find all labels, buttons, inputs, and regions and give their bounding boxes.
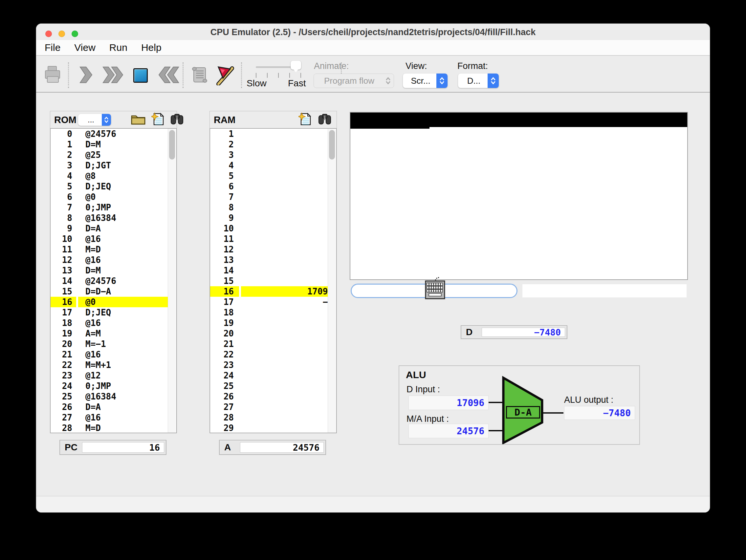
ram-row[interactable]: 190 [210, 318, 336, 328]
ram-row[interactable]: 17−1 [210, 297, 336, 307]
ram-row[interactable]: 130 [210, 255, 336, 265]
rom-row[interactable]: 4@8 [51, 171, 176, 181]
rom-row-value[interactable]: D;JEQ [78, 307, 176, 318]
menu-help[interactable]: Help [141, 42, 162, 53]
rom-row[interactable]: 22M=M+1 [51, 360, 176, 370]
ram-row[interactable]: 210 [210, 339, 336, 349]
ram-row[interactable]: 110 [210, 234, 336, 244]
ram-row-value[interactable]: 0 [241, 129, 336, 139]
single-step-button[interactable] [76, 65, 96, 86]
rom-row[interactable]: 28M=D [51, 423, 176, 433]
load-program-button[interactable] [131, 113, 145, 126]
rom-row[interactable]: 20M=−1 [51, 339, 176, 349]
ram-row[interactable]: 90 [210, 213, 336, 223]
view-dropdown[interactable]: Scr... [403, 73, 448, 88]
rom-row-value[interactable]: @12 [78, 370, 176, 381]
rom-row-value[interactable]: @16 [78, 412, 176, 423]
ram-row-value[interactable]: 0 [241, 276, 336, 286]
rom-row[interactable]: 16@0 [51, 297, 176, 307]
print-button[interactable] [43, 65, 64, 86]
reset-button[interactable] [154, 65, 182, 86]
rom-row[interactable]: 8@16384 [51, 213, 176, 223]
rom-row[interactable]: 240;JMP [51, 381, 176, 391]
rom-row[interactable]: 10@16 [51, 234, 176, 244]
ram-row[interactable]: 220 [210, 349, 336, 360]
ram-row[interactable]: 250 [210, 381, 336, 391]
ram-row-value[interactable]: 0 [241, 244, 336, 255]
rom-row-value[interactable]: D=M [78, 139, 176, 150]
ram-row-value[interactable]: 0 [241, 265, 336, 276]
ram-row[interactable]: 120 [210, 244, 336, 255]
ram-row-value[interactable]: 0 [241, 213, 336, 223]
ram-row-value[interactable]: 0 [241, 150, 336, 160]
rom-row-value[interactable]: M=M+1 [78, 360, 176, 370]
rom-row[interactable]: 11M=D [51, 244, 176, 255]
ram-row[interactable]: 1617096 [210, 286, 336, 297]
rom-row-value[interactable]: @24576 [78, 129, 176, 139]
ram-row-value[interactable]: 17096 [241, 286, 336, 297]
rom-row-value[interactable]: D=A [78, 223, 176, 234]
ram-scrollbar-thumb[interactable] [329, 130, 335, 159]
keyboard-icon[interactable] [423, 276, 447, 300]
ram-row-value[interactable]: 0 [241, 423, 336, 433]
rom-row[interactable]: 0@24576 [51, 129, 176, 139]
ram-row-value[interactable]: 0 [241, 234, 336, 244]
rom-row-value[interactable]: M=−1 [78, 339, 176, 349]
ram-row[interactable]: 70 [210, 192, 336, 202]
run-button[interactable] [99, 65, 127, 86]
ram-row[interactable]: 30 [210, 150, 336, 160]
rom-row-value[interactable]: D;JEQ [78, 181, 176, 192]
rom-row-value[interactable]: 0;JMP [78, 202, 176, 213]
rom-row-value[interactable]: M=D [78, 423, 176, 433]
ram-row-value[interactable]: 0 [241, 339, 336, 349]
rom-row[interactable]: 6@0 [51, 192, 176, 202]
ram-row-value[interactable]: 0 [241, 318, 336, 328]
ram-row[interactable]: 240 [210, 370, 336, 381]
rom-row-value[interactable]: A=M [78, 328, 176, 339]
rom-row-value[interactable]: @0 [78, 297, 176, 307]
ram-row[interactable]: 150 [210, 276, 336, 286]
rom-scrollbar[interactable] [168, 129, 176, 433]
ram-row[interactable]: 260 [210, 391, 336, 402]
rom-row-value[interactable]: @16 [78, 318, 176, 328]
ram-scrollbar[interactable] [328, 129, 336, 433]
rom-row-value[interactable]: 0;JMP [78, 381, 176, 391]
rom-row[interactable]: 13D=M [51, 265, 176, 276]
ram-row-value[interactable]: 0 [241, 160, 336, 171]
ram-row[interactable]: 230 [210, 360, 336, 370]
ram-find-button[interactable] [317, 113, 332, 126]
clear-rom-button[interactable] [151, 113, 165, 126]
rom-row[interactable]: 12@16 [51, 255, 176, 265]
rom-row-value[interactable]: @24576 [78, 276, 176, 286]
rom-row[interactable]: 5D;JEQ [51, 181, 176, 192]
rom-scrollbar-thumb[interactable] [169, 130, 175, 159]
ram-row-value[interactable]: 0 [241, 223, 336, 234]
ram-row-value[interactable]: 0 [241, 192, 336, 202]
rom-row[interactable]: 15D=D−A [51, 286, 176, 297]
rom-row[interactable]: 1D=M [51, 139, 176, 150]
rom-row-value[interactable]: M=D [78, 244, 176, 255]
rom-row[interactable]: 3D;JGT [51, 160, 176, 171]
rom-row[interactable]: 23@12 [51, 370, 176, 381]
format-dropdown[interactable]: D... [458, 73, 499, 88]
ram-row-value[interactable]: 0 [241, 349, 336, 360]
rom-row[interactable]: 21@16 [51, 349, 176, 360]
ram-row-value[interactable]: 0 [241, 139, 336, 150]
ram-row-value[interactable]: 0 [241, 255, 336, 265]
rom-row-value[interactable]: D=A [78, 402, 176, 412]
ram-row[interactable]: 180 [210, 307, 336, 318]
slider-thumb[interactable] [291, 61, 301, 69]
ram-row-value[interactable]: 0 [241, 181, 336, 192]
ram-row[interactable]: 10 [210, 129, 336, 139]
d-value-field[interactable]: −7480 [482, 328, 565, 337]
rom-row-value[interactable]: @16 [78, 349, 176, 360]
stop-button[interactable] [130, 65, 151, 86]
rom-row[interactable]: 9D=A [51, 223, 176, 234]
rom-format-dropdown[interactable]: ... [78, 114, 111, 126]
ram-row[interactable]: 140 [210, 265, 336, 276]
clear-ram-button[interactable] [298, 113, 312, 126]
ram-row-value[interactable]: 0 [241, 370, 336, 381]
menu-run[interactable]: Run [109, 42, 127, 53]
rom-row[interactable]: 26D=A [51, 402, 176, 412]
rom-row-value[interactable]: D=D−A [78, 286, 176, 297]
